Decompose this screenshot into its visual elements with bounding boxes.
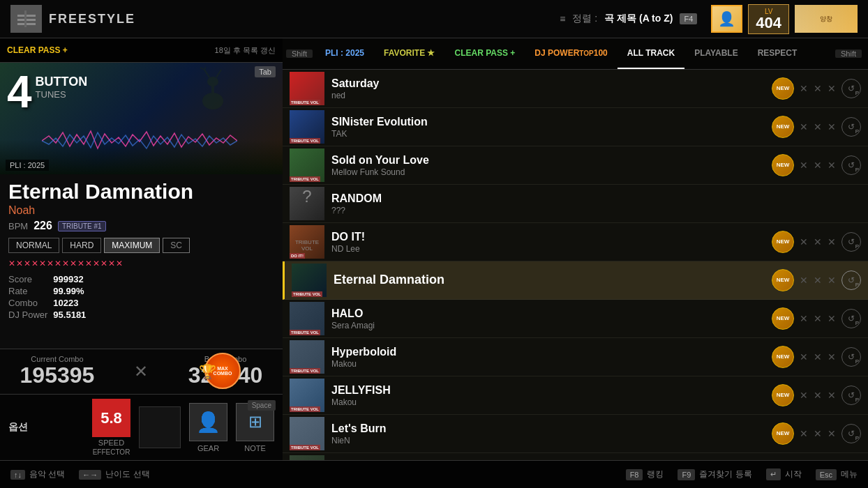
song-row-selected[interactable]: TRIBUTE VOL Eternal Damnation NEW ✕ ✕ ✕ … [283, 261, 868, 300]
song-row[interactable]: TRIBUTE VOL JELLYFISH Makou NEW ✕ ✕ ✕ ↺P [283, 376, 868, 415]
action-x2[interactable]: ✕ [814, 313, 822, 324]
song-thumb: TRIBUTE VOL [292, 264, 327, 297]
refresh-date: 18일 후 목록 갱신 [215, 45, 276, 56]
tab-all-track[interactable]: ALL TRACK [618, 38, 684, 69]
left-panel: CLEAR PASS + 18일 후 목록 갱신 4 BUTTON [0, 38, 283, 460]
action-x1[interactable]: ✕ [800, 351, 808, 363]
user-name: 양창 [820, 15, 832, 24]
action-x1[interactable]: ✕ [800, 390, 808, 401]
action-x3[interactable]: ✕ [828, 160, 836, 171]
action-x2[interactable]: ✕ [814, 428, 822, 439]
action-x3[interactable]: ✕ [828, 83, 836, 94]
user-banner: 양창 [795, 5, 858, 33]
song-artist: Noah [8, 204, 274, 217]
sort-label: 정렬 : [572, 13, 597, 25]
action-x3[interactable]: ✕ [828, 428, 836, 439]
gear-icon-box[interactable]: 👤 [189, 403, 227, 441]
action-x3[interactable]: ✕ [828, 121, 836, 132]
sort-value: 곡 제목 (A to Z) [604, 13, 673, 25]
tab-clear-pass[interactable]: CLEAR PASS + [445, 38, 525, 69]
action-x2[interactable]: ✕ [814, 121, 822, 132]
song-row[interactable]: TRIBUTE VOL Nature Fortress Dashorn NEW … [283, 453, 868, 460]
action-x1[interactable]: ✕ [800, 121, 808, 132]
song-title-text: SINister Evolution [331, 115, 772, 128]
diff-normal[interactable]: NORMAL [8, 238, 59, 253]
tab-playable[interactable]: PLAYABLE [684, 38, 747, 69]
action-x1[interactable]: ✕ [800, 313, 808, 324]
diff-hard[interactable]: HARD [62, 238, 101, 253]
tab-respect[interactable]: RESPECT [748, 38, 807, 69]
tab-favorite[interactable]: FAVORITE ★ [374, 38, 444, 69]
action-x3[interactable]: ✕ [828, 313, 836, 324]
action-x2[interactable]: ✕ [814, 160, 822, 171]
song-title-text: Sold on Your Love [331, 153, 772, 167]
action-x2[interactable]: ✕ [814, 236, 822, 247]
action-x2[interactable]: ✕ [814, 351, 822, 363]
song-name-area: SINister Evolution TAK [331, 115, 772, 138]
action-x1[interactable]: ✕ [800, 275, 808, 286]
song-actions: NEW ✕ ✕ ✕ ↺P [772, 116, 861, 138]
space-badge[interactable]: Space [248, 400, 276, 411]
filter-tabs: Shift PLI : 2025 FAVORITE ★ CLEAR PASS +… [283, 38, 868, 70]
shift-left-btn[interactable]: Shift [286, 49, 313, 58]
diff-maximum[interactable]: MAXIMUM [104, 238, 160, 253]
action-x3[interactable]: ✕ [828, 351, 836, 363]
song-row[interactable]: TRIBUTE VOL Let's Burn NieN NEW ✕ ✕ ✕ ↺P [283, 415, 868, 453]
song-artist-text: Sera Amagi [331, 321, 772, 330]
tab-badge[interactable]: Tab [255, 66, 276, 77]
tab-pli[interactable]: PLI : 2025 [315, 38, 374, 69]
song-actions: NEW ✕ ✕ ✕ ↺P [772, 269, 861, 291]
combo-section: Current Combo 195395 ✕ Best Combo 327940… [0, 349, 283, 394]
song-actions: NEW ✕ ✕ ✕ ↺P [772, 307, 861, 330]
action-x3[interactable]: ✕ [828, 236, 836, 247]
action-x1[interactable]: ✕ [800, 160, 808, 171]
action-icon[interactable]: ↺P [841, 232, 861, 252]
action-icon[interactable]: ↺P [841, 155, 861, 175]
action-icon[interactable]: ↺P [841, 270, 861, 290]
action-x1[interactable]: ✕ [800, 428, 808, 439]
action-x1[interactable]: ✕ [800, 236, 808, 247]
song-row[interactable]: TRIBUTE VOL Hyperboloid Makou NEW ✕ ✕ ✕ … [283, 338, 868, 376]
action-x3[interactable]: ✕ [828, 275, 836, 286]
action-x2[interactable]: ✕ [814, 83, 822, 94]
action-x1[interactable]: ✕ [800, 83, 808, 94]
tab-dj-power[interactable]: DJ POWER TOP100 [525, 38, 617, 69]
song-row[interactable]: TRIBUTE VOL Saturday ned NEW ✕ ✕ ✕ ↺ P [283, 70, 868, 108]
gear-avatar-icon: 👤 [196, 411, 220, 434]
song-row[interactable]: DO IT! TRIBUTE VOL DO IT! ND Lee NEW ✕ ✕… [283, 223, 868, 261]
song-row[interactable]: TRIBUTE VOL HALO Sera Amagi NEW ✕ ✕ ✕ ↺P [283, 300, 868, 338]
hint-diff-label: 난이도 선택 [105, 468, 149, 480]
action-icon[interactable]: ↺P [841, 117, 861, 137]
speed-box[interactable]: 5.8 [92, 399, 130, 437]
key-leftright: ←→ [79, 470, 101, 480]
action-icon[interactable]: ↺P [841, 386, 861, 405]
song-info: Eternal Damnation Noah BPM 226 TRIBUTE #… [0, 174, 283, 326]
song-name-area: Sold on Your Love Mellow Funk Sound [331, 153, 772, 176]
svg-line-10 [204, 67, 206, 70]
song-row[interactable]: ? RANDOM ??? [283, 185, 868, 223]
action-x2[interactable]: ✕ [814, 390, 822, 401]
action-icon[interactable]: ↺ P [841, 79, 861, 98]
song-title-text: RANDOM [331, 192, 861, 205]
action-icon[interactable]: ↺P [841, 347, 861, 367]
action-x3[interactable]: ✕ [828, 390, 836, 401]
song-row[interactable]: TRIBUTE VOL Sold on Your Love Mellow Fun… [283, 146, 868, 185]
score-label: Score [8, 274, 47, 284]
song-actions: NEW ✕ ✕ ✕ ↺P [772, 231, 861, 253]
song-row[interactable]: TRIBUTE VOL SINister Evolution TAK NEW ✕… [283, 108, 868, 146]
action-x2[interactable]: ✕ [814, 275, 822, 286]
shift-right-btn[interactable]: Shift [835, 49, 862, 58]
svg-point-4 [202, 93, 223, 109]
action-icon[interactable]: ↺P [841, 309, 861, 328]
song-thumb: TRIBUTE VOL [290, 379, 324, 412]
rate-value: 99.99% [53, 286, 274, 296]
action-icon[interactable]: ↺P [841, 424, 861, 443]
f4-key[interactable]: F4 [680, 13, 697, 24]
song-thumb: TRIBUTE VOL [290, 148, 324, 182]
svg-point-6 [207, 77, 218, 86]
diff-sc[interactable]: SC [163, 238, 190, 253]
new-badge: NEW [772, 307, 794, 330]
song-name-area: DO IT! ND Lee [331, 230, 772, 253]
song-thumb: TRIBUTE VOL [290, 72, 324, 105]
svg-line-8 [216, 70, 221, 77]
